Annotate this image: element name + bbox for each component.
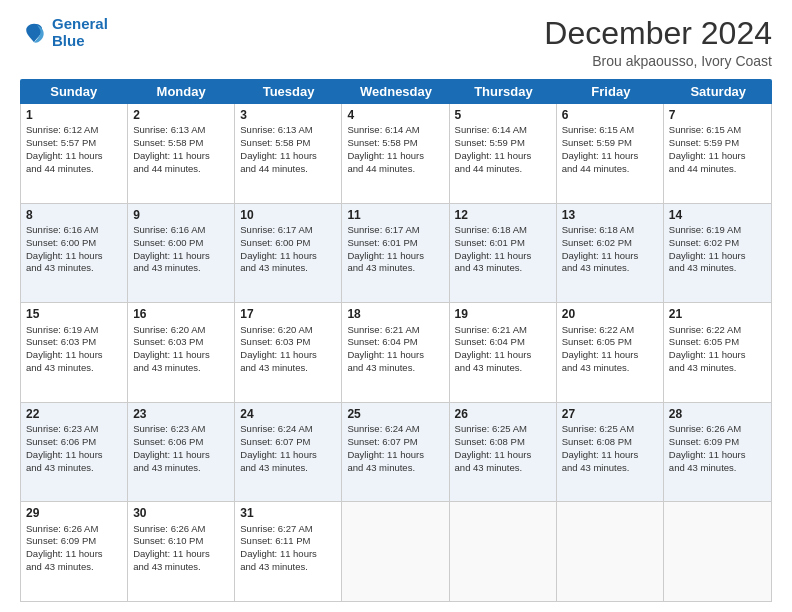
daylight-text: Daylight: 11 hours and 44 minutes. [26,150,103,174]
sunrise-text: Sunrise: 6:23 AM [133,423,205,434]
daylight-text: Daylight: 11 hours and 43 minutes. [133,449,210,473]
sunrise-text: Sunrise: 6:26 AM [26,523,98,534]
calendar-cell: 31Sunrise: 6:27 AMSunset: 6:11 PMDayligh… [235,502,342,601]
day-number: 17 [240,306,336,322]
daylight-text: Daylight: 11 hours and 44 minutes. [669,150,746,174]
daylight-text: Daylight: 11 hours and 43 minutes. [562,250,639,274]
sunrise-text: Sunrise: 6:18 AM [562,224,634,235]
calendar-cell: 13Sunrise: 6:18 AMSunset: 6:02 PMDayligh… [557,204,664,303]
day-header: Saturday [665,79,772,104]
calendar-cell: 27Sunrise: 6:25 AMSunset: 6:08 PMDayligh… [557,403,664,502]
calendar-body: 1Sunrise: 6:12 AMSunset: 5:57 PMDaylight… [20,104,772,602]
calendar-cell: 24Sunrise: 6:24 AMSunset: 6:07 PMDayligh… [235,403,342,502]
calendar-cell: 11Sunrise: 6:17 AMSunset: 6:01 PMDayligh… [342,204,449,303]
sunset-text: Sunset: 6:01 PM [455,237,525,248]
calendar-cell: 3Sunrise: 6:13 AMSunset: 5:58 PMDaylight… [235,104,342,203]
day-header: Tuesday [235,79,342,104]
main-title: December 2024 [544,16,772,51]
sunset-text: Sunset: 6:08 PM [562,436,632,447]
sunset-text: Sunset: 5:59 PM [669,137,739,148]
calendar-week: 29Sunrise: 6:26 AMSunset: 6:09 PMDayligh… [21,502,771,601]
daylight-text: Daylight: 11 hours and 43 minutes. [669,250,746,274]
sunset-text: Sunset: 6:01 PM [347,237,417,248]
sunset-text: Sunset: 5:59 PM [562,137,632,148]
sunset-text: Sunset: 6:07 PM [347,436,417,447]
sunrise-text: Sunrise: 6:16 AM [133,224,205,235]
day-number: 1 [26,107,122,123]
daylight-text: Daylight: 11 hours and 43 minutes. [669,349,746,373]
daylight-text: Daylight: 11 hours and 43 minutes. [240,349,317,373]
sunrise-text: Sunrise: 6:21 AM [455,324,527,335]
day-header: Monday [127,79,234,104]
sunset-text: Sunset: 6:03 PM [133,336,203,347]
calendar-cell: 26Sunrise: 6:25 AMSunset: 6:08 PMDayligh… [450,403,557,502]
calendar-cell: 18Sunrise: 6:21 AMSunset: 6:04 PMDayligh… [342,303,449,402]
day-number: 31 [240,505,336,521]
calendar-cell: 12Sunrise: 6:18 AMSunset: 6:01 PMDayligh… [450,204,557,303]
sunrise-text: Sunrise: 6:21 AM [347,324,419,335]
sunset-text: Sunset: 6:04 PM [347,336,417,347]
calendar-cell [664,502,771,601]
daylight-text: Daylight: 11 hours and 43 minutes. [26,548,103,572]
sunset-text: Sunset: 6:11 PM [240,535,310,546]
sunset-text: Sunset: 6:09 PM [26,535,96,546]
daylight-text: Daylight: 11 hours and 43 minutes. [669,449,746,473]
day-number: 11 [347,207,443,223]
sunset-text: Sunset: 6:00 PM [240,237,310,248]
sunrise-text: Sunrise: 6:23 AM [26,423,98,434]
sunset-text: Sunset: 5:58 PM [133,137,203,148]
calendar-cell: 25Sunrise: 6:24 AMSunset: 6:07 PMDayligh… [342,403,449,502]
calendar-cell: 15Sunrise: 6:19 AMSunset: 6:03 PMDayligh… [21,303,128,402]
sunset-text: Sunset: 6:10 PM [133,535,203,546]
day-number: 27 [562,406,658,422]
header: General Blue December 2024 Brou akpaouss… [20,16,772,69]
daylight-text: Daylight: 11 hours and 43 minutes. [455,449,532,473]
calendar-cell: 28Sunrise: 6:26 AMSunset: 6:09 PMDayligh… [664,403,771,502]
day-number: 22 [26,406,122,422]
calendar-cell: 6Sunrise: 6:15 AMSunset: 5:59 PMDaylight… [557,104,664,203]
calendar-cell [342,502,449,601]
daylight-text: Daylight: 11 hours and 44 minutes. [562,150,639,174]
subtitle: Brou akpaousso, Ivory Coast [544,53,772,69]
daylight-text: Daylight: 11 hours and 43 minutes. [240,449,317,473]
day-header: Thursday [450,79,557,104]
calendar-week: 1Sunrise: 6:12 AMSunset: 5:57 PMDaylight… [21,104,771,204]
title-block: December 2024 Brou akpaousso, Ivory Coas… [544,16,772,69]
sunrise-text: Sunrise: 6:19 AM [26,324,98,335]
sunset-text: Sunset: 5:57 PM [26,137,96,148]
daylight-text: Daylight: 11 hours and 43 minutes. [133,250,210,274]
calendar-cell: 22Sunrise: 6:23 AMSunset: 6:06 PMDayligh… [21,403,128,502]
sunrise-text: Sunrise: 6:20 AM [240,324,312,335]
day-number: 25 [347,406,443,422]
daylight-text: Daylight: 11 hours and 43 minutes. [347,250,424,274]
sunset-text: Sunset: 6:08 PM [455,436,525,447]
day-number: 28 [669,406,766,422]
daylight-text: Daylight: 11 hours and 43 minutes. [347,449,424,473]
sunset-text: Sunset: 6:00 PM [26,237,96,248]
calendar-cell: 20Sunrise: 6:22 AMSunset: 6:05 PMDayligh… [557,303,664,402]
calendar-cell: 19Sunrise: 6:21 AMSunset: 6:04 PMDayligh… [450,303,557,402]
sunrise-text: Sunrise: 6:14 AM [455,124,527,135]
sunrise-text: Sunrise: 6:17 AM [240,224,312,235]
calendar-cell: 2Sunrise: 6:13 AMSunset: 5:58 PMDaylight… [128,104,235,203]
sunrise-text: Sunrise: 6:26 AM [669,423,741,434]
sunrise-text: Sunrise: 6:26 AM [133,523,205,534]
sunset-text: Sunset: 6:00 PM [133,237,203,248]
daylight-text: Daylight: 11 hours and 43 minutes. [347,349,424,373]
sunset-text: Sunset: 6:07 PM [240,436,310,447]
day-number: 19 [455,306,551,322]
calendar-cell: 21Sunrise: 6:22 AMSunset: 6:05 PMDayligh… [664,303,771,402]
day-number: 5 [455,107,551,123]
day-number: 8 [26,207,122,223]
daylight-text: Daylight: 11 hours and 43 minutes. [133,349,210,373]
day-number: 10 [240,207,336,223]
sunrise-text: Sunrise: 6:15 AM [669,124,741,135]
sunrise-text: Sunrise: 6:20 AM [133,324,205,335]
calendar-header: SundayMondayTuesdayWednesdayThursdayFrid… [20,79,772,104]
daylight-text: Daylight: 11 hours and 44 minutes. [133,150,210,174]
day-header: Wednesday [342,79,449,104]
sunset-text: Sunset: 6:02 PM [562,237,632,248]
sunrise-text: Sunrise: 6:18 AM [455,224,527,235]
calendar-cell: 29Sunrise: 6:26 AMSunset: 6:09 PMDayligh… [21,502,128,601]
daylight-text: Daylight: 11 hours and 43 minutes. [240,250,317,274]
